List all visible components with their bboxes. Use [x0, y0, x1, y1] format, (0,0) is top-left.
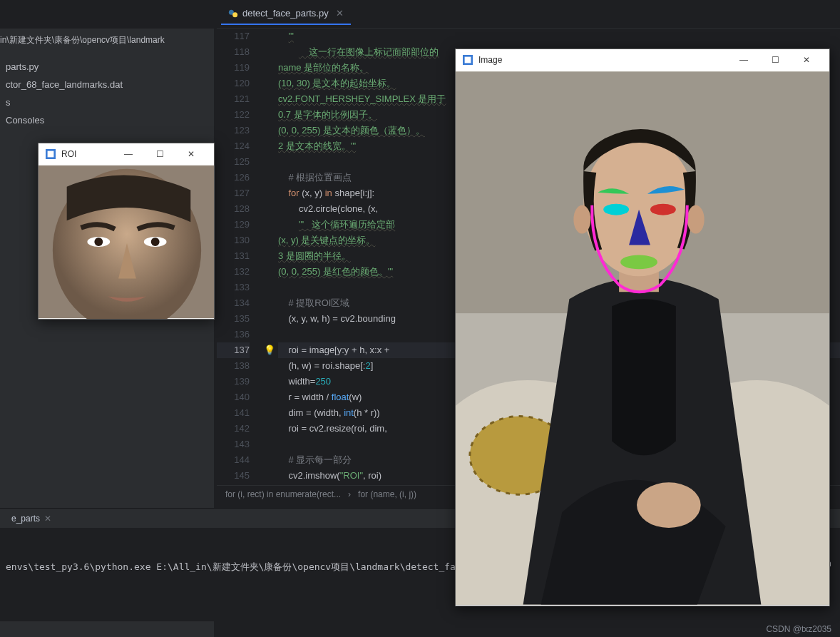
project-file-item[interactable]: s: [0, 93, 214, 111]
close-tab-icon[interactable]: ✕: [333, 8, 344, 19]
lightbulb-icon[interactable]: 💡: [264, 342, 275, 358]
status-watermark: CSDN @txz2035: [766, 624, 831, 634]
window-titlebar[interactable]: Image — ☐ ✕: [456, 49, 829, 71]
svg-point-17: [637, 482, 701, 528]
run-tab-label: e_parts: [11, 514, 40, 524]
chevron-right-icon: ›: [348, 489, 351, 499]
maximize-icon[interactable]: ☐: [759, 49, 791, 71]
project-file-item[interactable]: Consoles: [0, 111, 214, 129]
project-file-item[interactable]: parts.py: [0, 58, 214, 76]
left-eye-overlay: [650, 204, 676, 215]
close-icon[interactable]: ✕: [175, 143, 207, 165]
window-title: Image: [478, 55, 502, 65]
svg-point-9: [151, 238, 160, 246]
close-icon[interactable]: ✕: [44, 514, 51, 524]
line-number-gutter: 1171181191201211221231241251261271281291…: [217, 29, 257, 484]
project-file-list: parts.pyctor_68_face_landmarks.datsConso…: [0, 53, 214, 133]
project-path: in\新建文件夹\康备份\opencv项目\landmark: [0, 29, 214, 53]
minimize-icon[interactable]: —: [113, 143, 144, 165]
app-icon: [463, 55, 473, 65]
roi-image: [39, 165, 214, 319]
mouth-overlay: [620, 255, 657, 269]
svg-rect-3: [48, 151, 54, 158]
roi-window[interactable]: ROI — ☐ ✕: [38, 143, 215, 320]
crumb-segment[interactable]: for (i, rect) in enumerate(rect...: [225, 489, 341, 499]
svg-point-21: [687, 205, 705, 234]
window-title: ROI: [61, 149, 76, 159]
svg-point-7: [94, 238, 103, 246]
python-file-icon: [228, 9, 238, 19]
close-icon[interactable]: ✕: [791, 49, 822, 71]
run-tab[interactable]: e_parts ✕: [6, 511, 57, 526]
maximize-icon[interactable]: ☐: [144, 143, 175, 165]
svg-point-1: [232, 12, 237, 17]
svg-rect-11: [465, 57, 471, 63]
minimize-icon[interactable]: —: [728, 49, 759, 71]
window-titlebar[interactable]: ROI — ☐ ✕: [39, 143, 214, 165]
right-eye-overlay: [603, 204, 629, 215]
svg-point-20: [573, 205, 590, 234]
editor-tab-active[interactable]: detect_face_parts.py ✕: [221, 4, 351, 25]
output-image: [456, 71, 829, 606]
tab-label: detect_face_parts.py: [242, 8, 329, 19]
crumb-segment[interactable]: for (name, (i, j)): [358, 489, 416, 499]
app-icon: [46, 149, 56, 159]
editor-tab-bar: detect_face_parts.py ✕: [217, 0, 840, 29]
image-window[interactable]: Image — ☐ ✕: [455, 49, 830, 606]
project-file-item[interactable]: ctor_68_face_landmarks.dat: [0, 76, 214, 93]
